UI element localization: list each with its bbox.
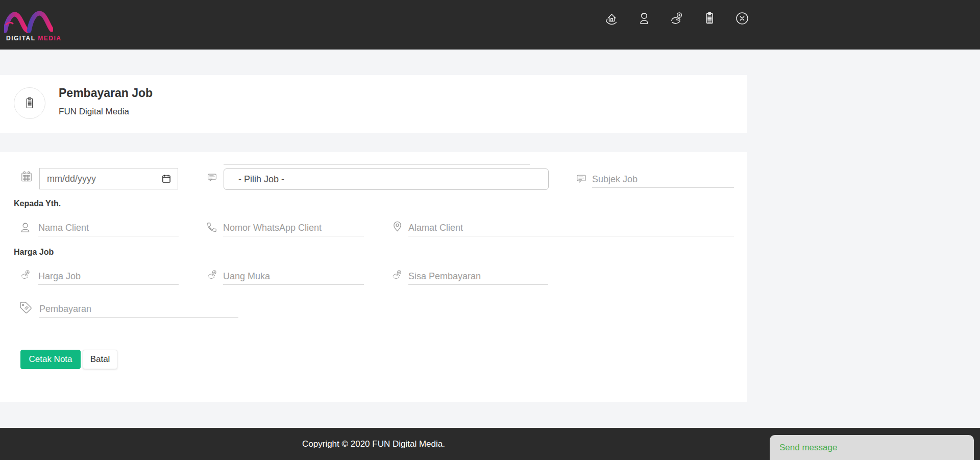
person-icon xyxy=(19,222,31,235)
payment-form-card: - Pilih Job - Kepada Yth. xyxy=(0,152,747,402)
brand-word-digital: DIGITAL xyxy=(6,35,35,42)
home-hand-icon xyxy=(603,10,620,27)
brand-logo-text: DIGITAL MEDIA xyxy=(6,35,61,42)
copyright-text: Copyright © 2020 FUN Digital Media. xyxy=(302,439,445,449)
comment-icon xyxy=(207,172,217,185)
date-input[interactable] xyxy=(40,174,147,184)
tag-icon xyxy=(19,301,32,316)
nav-icon-group xyxy=(603,10,750,27)
down-payment-input[interactable] xyxy=(223,269,364,285)
subject-input[interactable] xyxy=(592,172,734,188)
page: DIGITAL MEDIA xyxy=(0,0,980,460)
date-input-wrapper xyxy=(39,168,178,189)
datepicker-icon[interactable] xyxy=(161,174,172,186)
calendar-icon xyxy=(19,170,34,186)
hand-coin-icon xyxy=(206,269,218,283)
divider-line xyxy=(224,164,530,164)
client-address-input[interactable] xyxy=(408,220,734,236)
print-receipt-button[interactable]: Cetak Nota xyxy=(20,350,81,369)
nav-logout-button[interactable] xyxy=(734,10,750,27)
map-pin-icon xyxy=(392,221,403,234)
brand-logo[interactable]: DIGITAL MEDIA xyxy=(4,4,60,45)
hand-coin-icon xyxy=(391,269,403,283)
page-subtitle: FUN Digital Media xyxy=(59,107,129,117)
brand-wave-icon xyxy=(4,7,53,36)
phone-icon xyxy=(206,222,217,235)
client-name-input[interactable] xyxy=(38,220,179,236)
payment-input[interactable] xyxy=(39,301,238,318)
job-select[interactable]: - Pilih Job - xyxy=(224,168,549,190)
send-message-label: Send message xyxy=(770,443,837,453)
price-input[interactable] xyxy=(38,269,179,285)
send-message-widget[interactable]: Send message xyxy=(770,435,974,460)
logout-icon xyxy=(734,10,750,27)
brand-word-media: MEDIA xyxy=(38,35,61,42)
nav-payment-button[interactable] xyxy=(669,10,685,27)
nav-client-button[interactable] xyxy=(636,10,652,27)
hand-coin-icon xyxy=(19,269,32,283)
section-label-client: Kepada Yth. xyxy=(14,199,61,208)
nav-notes-button[interactable] xyxy=(701,10,718,27)
cancel-button[interactable]: Batal xyxy=(83,350,117,369)
top-navbar: DIGITAL MEDIA xyxy=(0,0,980,50)
avatar xyxy=(14,87,45,119)
clipboard-icon xyxy=(22,95,37,111)
remaining-payment-input[interactable] xyxy=(408,269,548,285)
comment-icon xyxy=(576,173,587,186)
page-header-card: Pembayaran Job FUN Digital Media xyxy=(0,75,747,133)
page-title: Pembayaran Job xyxy=(59,86,153,100)
job-select-value: - Pilih Job - xyxy=(224,174,284,185)
nav-home-button[interactable] xyxy=(603,10,620,27)
client-whatsapp-input[interactable] xyxy=(223,220,364,236)
hand-coin-icon xyxy=(669,10,685,27)
customer-icon xyxy=(636,10,652,27)
clipboard-icon xyxy=(701,10,718,27)
section-label-price: Harga Job xyxy=(14,248,54,257)
